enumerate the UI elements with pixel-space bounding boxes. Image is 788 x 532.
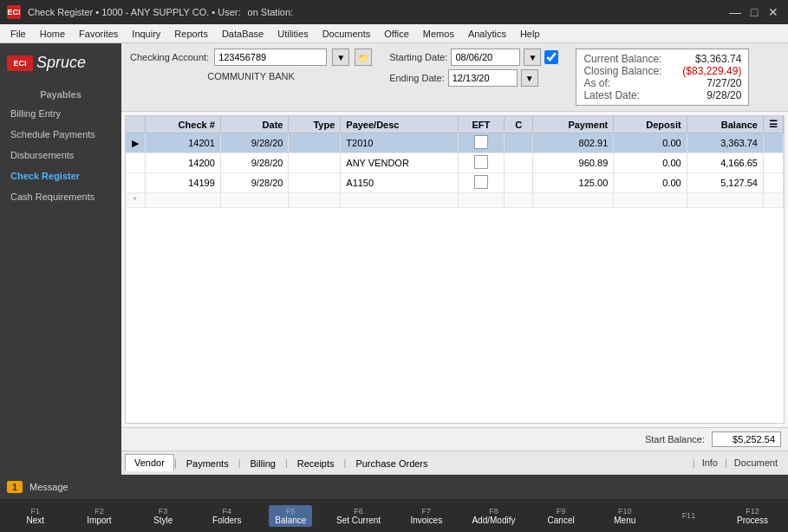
menu-reports[interactable]: Reports bbox=[167, 27, 215, 41]
row-payee-3: A1150 bbox=[341, 173, 458, 193]
closing-balance-label: Closing Balance: bbox=[583, 65, 661, 77]
checking-account-input[interactable] bbox=[214, 49, 327, 66]
row-arrow-3 bbox=[126, 173, 145, 193]
new-row-balance bbox=[687, 193, 763, 208]
table-row[interactable]: 14200 9/28/20 ANY VENDOR 960.89 0.00 4,1… bbox=[126, 153, 784, 173]
row-arrow-2 bbox=[126, 153, 145, 173]
menu-database[interactable]: DataBase bbox=[215, 27, 270, 41]
col-header-c: C bbox=[505, 116, 533, 133]
row-balance-3: 5,127.54 bbox=[687, 173, 763, 193]
new-record-row[interactable]: * bbox=[126, 193, 784, 208]
col-header-actions: ☰ bbox=[764, 116, 784, 133]
status-bar: 1 Message bbox=[0, 475, 788, 499]
sidebar-item-check-register[interactable]: Check Register bbox=[0, 165, 121, 186]
row-date-2: 9/28/20 bbox=[220, 153, 289, 173]
starting-date-checkbox[interactable] bbox=[544, 50, 558, 64]
row-date-1: 9/28/20 bbox=[220, 133, 289, 153]
row-payment-2: 960.89 bbox=[533, 153, 614, 173]
tab-vendor[interactable]: Vendor bbox=[125, 454, 174, 471]
col-header-balance: Balance bbox=[687, 116, 763, 133]
menu-documents[interactable]: Documents bbox=[316, 27, 378, 41]
menu-analytics[interactable]: Analytics bbox=[461, 27, 513, 41]
ending-date-dropdown-btn[interactable]: ▼ bbox=[521, 69, 538, 87]
new-row-date bbox=[220, 193, 289, 208]
start-balance-value: $5,252.54 bbox=[712, 431, 781, 447]
row-type-3 bbox=[289, 173, 341, 193]
col-header-payment: Payment bbox=[533, 116, 614, 133]
row-eft-1 bbox=[458, 133, 504, 153]
bottom-bar: Start Balance: $5,252.54 bbox=[121, 427, 788, 451]
fkey-f1[interactable]: F1 Next bbox=[14, 505, 57, 527]
row-action-2 bbox=[764, 153, 784, 173]
tab-payments[interactable]: Payments bbox=[177, 455, 238, 471]
new-row-eft bbox=[458, 193, 504, 208]
fkey-f4[interactable]: F4 Folders bbox=[205, 505, 249, 527]
fkey-f9[interactable]: F9 Cancel bbox=[539, 505, 583, 527]
row-action-1 bbox=[764, 133, 784, 153]
row-action-3 bbox=[764, 173, 784, 193]
fkey-f6[interactable]: F6 Set Current bbox=[333, 505, 384, 527]
sidebar-item-disbursements[interactable]: Disbursements bbox=[0, 145, 121, 165]
checking-account-label: Checking Account: bbox=[130, 52, 209, 62]
fkey-f11[interactable]: F11 bbox=[667, 509, 710, 522]
fkey-f2[interactable]: F2 Import bbox=[77, 505, 120, 527]
fkey-f3[interactable]: F3 Style bbox=[141, 505, 185, 527]
close-button[interactable]: ✕ bbox=[765, 4, 781, 20]
new-row-c bbox=[505, 193, 533, 208]
menu-help[interactable]: Help bbox=[513, 27, 547, 41]
new-row-check bbox=[145, 193, 220, 208]
maximize-button[interactable]: □ bbox=[746, 4, 762, 20]
menu-office[interactable]: Office bbox=[377, 27, 416, 41]
tab-action-info[interactable]: Info bbox=[695, 456, 725, 470]
menu-inquiry[interactable]: Inquiry bbox=[125, 27, 167, 41]
menu-file[interactable]: File bbox=[3, 27, 33, 41]
ending-date-input[interactable] bbox=[448, 69, 518, 87]
tab-receipts[interactable]: Receipts bbox=[288, 455, 344, 471]
starting-date-label: Starting Date: bbox=[389, 52, 447, 62]
row-c-2 bbox=[505, 153, 533, 173]
menu-memos[interactable]: Memos bbox=[416, 27, 461, 41]
balance-info-panel: Current Balance: $3,363.74 Closing Balan… bbox=[576, 49, 749, 106]
sidebar-item-billing-entry[interactable]: Billing Entry bbox=[0, 103, 121, 124]
current-balance-value: $3,363.74 bbox=[695, 53, 741, 65]
row-c-3 bbox=[505, 173, 533, 193]
current-balance-label: Current Balance: bbox=[583, 53, 661, 65]
menu-home[interactable]: Home bbox=[33, 27, 72, 41]
row-type-2 bbox=[289, 153, 341, 173]
fkey-f8[interactable]: F8 Add/Modify bbox=[468, 505, 518, 527]
row-payee-1: T2010 bbox=[341, 133, 458, 153]
row-check-3: 14199 bbox=[145, 173, 220, 193]
col-header-eft: EFT bbox=[458, 116, 504, 133]
status-badge: 1 bbox=[7, 481, 23, 493]
menu-favorites[interactable]: Favorites bbox=[72, 27, 125, 41]
row-type-1 bbox=[289, 133, 341, 153]
sidebar-item-schedule-payments[interactable]: Schedule Payments bbox=[0, 124, 121, 145]
row-deposit-3: 0.00 bbox=[614, 173, 687, 193]
fkey-f10[interactable]: F10 Menu bbox=[603, 505, 647, 527]
sidebar-item-cash-requirements[interactable]: Cash Requirements bbox=[0, 186, 121, 207]
table-row[interactable]: ▶ 14201 9/28/20 T2010 802.91 0.00 3,363.… bbox=[126, 133, 784, 153]
minimize-button[interactable]: — bbox=[727, 4, 743, 20]
tab-billing[interactable]: Billing bbox=[241, 455, 285, 471]
starting-date-dropdown-btn[interactable]: ▼ bbox=[524, 49, 541, 66]
tab-purchase-orders[interactable]: Purchase Orders bbox=[346, 455, 437, 471]
sidebar-logo: ECI Spruce bbox=[0, 43, 121, 82]
fkey-f12[interactable]: F12 Process bbox=[731, 505, 774, 527]
app-icon: ECI bbox=[7, 5, 21, 19]
tab-action-document[interactable]: Document bbox=[727, 456, 785, 470]
fkey-f5[interactable]: F5 Balance bbox=[269, 505, 312, 527]
sidebar: ECI Spruce Payables Billing Entry Schedu… bbox=[0, 43, 121, 475]
row-payee-2: ANY VENDOR bbox=[341, 153, 458, 173]
checking-account-lookup-btn[interactable]: 📁 bbox=[355, 49, 372, 66]
as-of-label: As of: bbox=[583, 77, 610, 89]
menu-utilities[interactable]: Utilities bbox=[270, 27, 315, 41]
fkey-f7[interactable]: F7 Invoices bbox=[405, 505, 448, 527]
checking-account-dropdown-btn[interactable]: ▼ bbox=[332, 49, 349, 66]
table-row[interactable]: 14199 9/28/20 A1150 125.00 0.00 5,127.54 bbox=[126, 173, 784, 193]
row-eft-2 bbox=[458, 153, 504, 173]
starting-date-input[interactable] bbox=[451, 49, 520, 66]
row-deposit-2: 0.00 bbox=[614, 153, 687, 173]
content-area: Checking Account: ▼ 📁 COMMUNITY BANK Sta… bbox=[121, 43, 788, 475]
checking-account-group: Checking Account: ▼ 📁 COMMUNITY BANK bbox=[130, 49, 372, 81]
col-header-payee: Payee/Desc bbox=[341, 116, 458, 133]
